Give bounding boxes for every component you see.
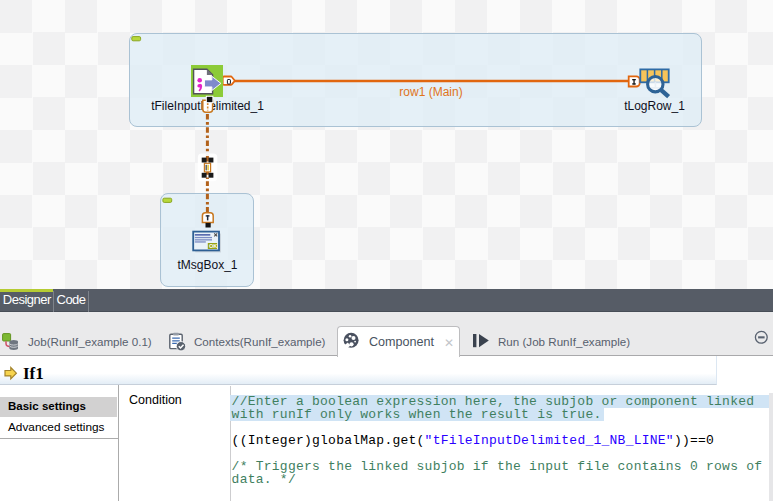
- svg-text:OK: OK: [209, 243, 217, 249]
